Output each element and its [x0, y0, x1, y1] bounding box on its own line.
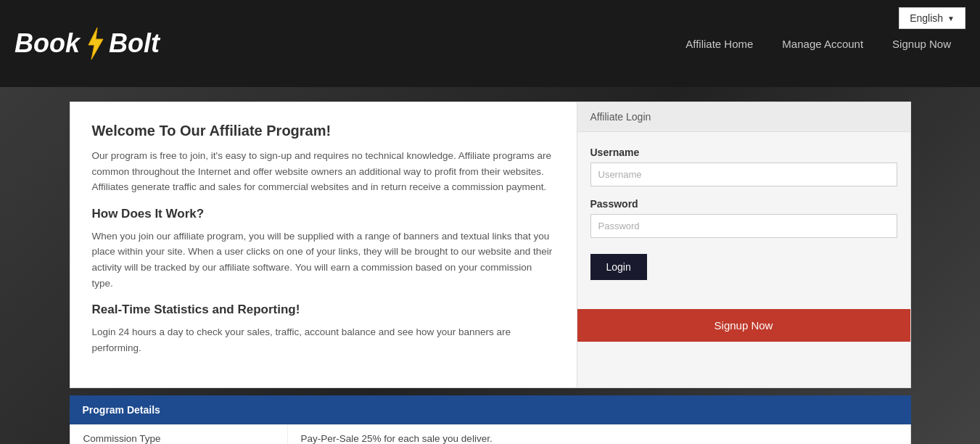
table-row: Commission Type Pay-Per-Sale 25% for eac… — [70, 424, 910, 444]
username-label: Username — [590, 147, 897, 158]
main-nav: Affiliate Home Manage Account Signup Now — [671, 32, 965, 56]
affiliate-login-header: Affiliate Login — [577, 102, 910, 132]
logo-bolt-text: Bolt — [109, 28, 160, 59]
how-text: When you join our affiliate program, you… — [92, 229, 555, 291]
stats-text: Login 24 hours a day to check your sales… — [92, 324, 555, 355]
nav-manage-account[interactable]: Manage Account — [767, 32, 878, 56]
affiliate-login-title: Affiliate Login — [590, 111, 651, 123]
logo-book: Book — [15, 28, 80, 59]
password-label: Password — [590, 198, 897, 210]
language-label: English — [910, 12, 943, 24]
login-panel: Affiliate Login Username Password Login … — [577, 102, 911, 388]
commission-type-value: Pay-Per-Sale 25% for each sale you deliv… — [288, 424, 910, 444]
program-details-body: Commission Type Pay-Per-Sale 25% for eac… — [70, 424, 911, 444]
bolt-icon — [83, 26, 106, 61]
how-title: How Does It Work? — [92, 207, 555, 221]
main-card: Welcome To Our Affiliate Program! Our pr… — [70, 102, 911, 388]
intro-text: Our program is free to join, it's easy t… — [92, 148, 555, 195]
stats-title: Real-Time Statistics and Reporting! — [92, 303, 555, 317]
language-selector[interactable]: English ▼ — [899, 7, 965, 29]
login-button[interactable]: Login — [590, 254, 647, 280]
chevron-down-icon: ▼ — [947, 15, 955, 22]
program-details-title: Program Details — [83, 404, 160, 416]
welcome-title: Welcome To Our Affiliate Program! — [92, 123, 555, 139]
svg-marker-0 — [88, 28, 103, 59]
nav-signup-now[interactable]: Signup Now — [878, 32, 965, 56]
password-group: Password — [590, 198, 897, 238]
logo: Book Bolt — [15, 26, 160, 61]
header: Book Bolt English ▼ Affiliate Home Manag… — [0, 0, 980, 87]
username-group: Username — [590, 147, 897, 186]
program-details-header: Program Details — [70, 395, 911, 424]
signup-now-button[interactable]: Signup Now — [577, 309, 910, 342]
username-input[interactable] — [590, 163, 897, 186]
password-input[interactable] — [590, 214, 897, 238]
program-details-section: Program Details Commission Type Pay-Per-… — [70, 395, 911, 444]
login-body: Username Password Login — [577, 132, 910, 309]
page-wrapper: Welcome To Our Affiliate Program! Our pr… — [0, 87, 980, 444]
nav-affiliate-home[interactable]: Affiliate Home — [671, 32, 767, 56]
left-content: Welcome To Our Affiliate Program! Our pr… — [70, 102, 577, 388]
commission-type-label: Commission Type — [70, 424, 288, 444]
logo-area: Book Bolt — [15, 26, 160, 61]
